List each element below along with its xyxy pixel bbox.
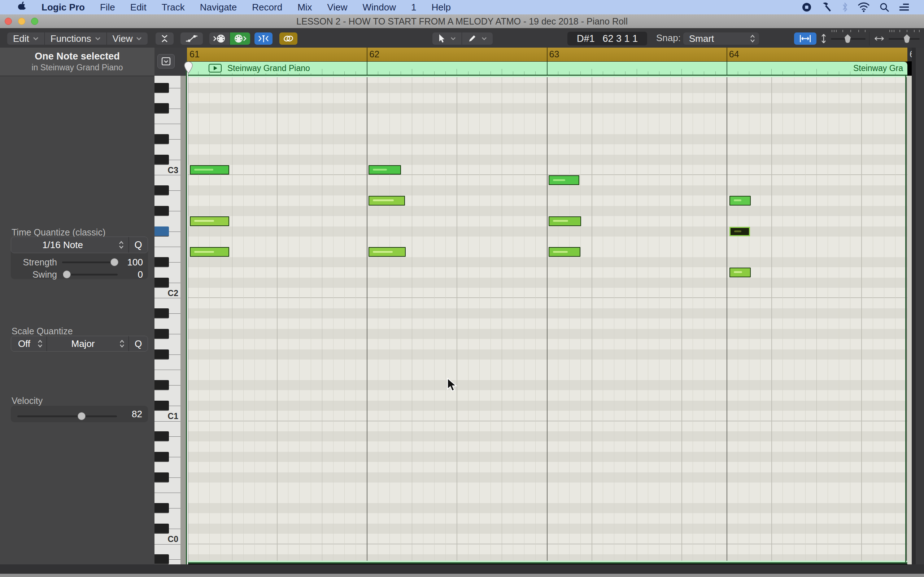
- menu-item-edit[interactable]: Edit: [123, 2, 154, 13]
- piano-keyboard[interactable]: C3C2C1C0: [155, 76, 181, 564]
- command-click-tool-menu[interactable]: [462, 32, 493, 45]
- piano-key-black[interactable]: [155, 452, 169, 462]
- midi-note-e2-bar62[interactable]: [368, 247, 406, 256]
- piano-key-black[interactable]: [155, 278, 169, 288]
- wifi-icon[interactable]: [858, 2, 870, 12]
- scale-quantize-apply-button[interactable]: Q: [129, 338, 148, 350]
- left-click-tool-menu[interactable]: [432, 32, 462, 45]
- region-header-strip[interactable]: Steinway Grand PianoSteinway Gra: [187, 61, 908, 76]
- bluetooth-icon[interactable]: [842, 2, 848, 13]
- midi-note-e2-bar63[interactable]: [549, 247, 580, 256]
- menu-item-window[interactable]: Window: [355, 2, 403, 13]
- screen-recording-icon[interactable]: [801, 2, 812, 13]
- midi-note-f#2-bar64[interactable]: [729, 227, 750, 236]
- edit-menu[interactable]: Edit: [7, 32, 45, 45]
- functions-menu[interactable]: Functions: [45, 32, 107, 45]
- menu-item-file[interactable]: File: [92, 2, 123, 13]
- piano-key-black[interactable]: [155, 308, 169, 318]
- piano-key-black[interactable]: [155, 257, 169, 267]
- vertical-scrollbar[interactable]: [916, 48, 924, 566]
- piano-key-black[interactable]: [155, 206, 169, 216]
- midi-in-button[interactable]: [209, 32, 230, 45]
- inspector-disclosure-button[interactable]: [157, 54, 175, 69]
- piano-key-black[interactable]: [155, 401, 169, 411]
- list-icon[interactable]: [899, 3, 909, 12]
- menu-item-1[interactable]: 1: [404, 2, 424, 13]
- menu-item-logic-pro[interactable]: Logic Pro: [34, 2, 92, 13]
- piano-key-black[interactable]: [155, 329, 169, 339]
- piano-key-black[interactable]: [155, 380, 169, 390]
- stepper-icon[interactable]: [119, 339, 125, 348]
- catch-playhead-button[interactable]: [254, 32, 273, 45]
- menu-item-view[interactable]: View: [320, 2, 355, 13]
- piano-key-black[interactable]: [155, 472, 169, 482]
- piano-key-black[interactable]: [155, 155, 169, 165]
- strength-slider[interactable]: [62, 256, 118, 268]
- midi-note-a2-bar64[interactable]: [729, 196, 751, 205]
- midi-note-a2-bar62[interactable]: [368, 196, 405, 205]
- swing-slider[interactable]: [62, 268, 118, 280]
- collapse-mode-button[interactable]: [155, 32, 174, 45]
- grid-beat-line: [344, 76, 345, 564]
- piano-key-black[interactable]: [155, 83, 169, 93]
- position-display[interactable]: D#1 62 3 1 1: [567, 32, 647, 45]
- menu-item-record[interactable]: Record: [244, 2, 290, 13]
- note-grid[interactable]: [187, 76, 908, 564]
- hammer-icon[interactable]: [822, 2, 832, 13]
- midi-note-g2-bar63[interactable]: [549, 216, 581, 226]
- snap-select[interactable]: Smart: [683, 32, 759, 45]
- grid-beat-line: [637, 76, 637, 564]
- zoom-to-fit-button[interactable]: [794, 32, 816, 45]
- search-icon[interactable]: [879, 2, 889, 12]
- bar-ruler[interactable]: 61626364: [187, 48, 908, 62]
- midi-note-g2-bar61[interactable]: [190, 216, 229, 226]
- velocity-line: [194, 220, 214, 222]
- horizontal-zoom-slider[interactable]: [888, 32, 920, 45]
- midi-note-e2-bar61[interactable]: [190, 247, 229, 256]
- apple-menu-icon[interactable]: [10, 1, 34, 14]
- piano-key-black[interactable]: [155, 524, 169, 534]
- view-menu[interactable]: View: [107, 32, 148, 45]
- logic-pro-screen: Logic ProFileEditTrackNavigateRecordMixV…: [0, 0, 924, 577]
- stepper-icon: [750, 34, 756, 43]
- midi-draw-button[interactable]: [181, 32, 203, 45]
- strip-tick: [782, 71, 783, 75]
- menu-item-navigate[interactable]: Navigate: [192, 2, 245, 13]
- piano-key-black[interactable]: [155, 431, 169, 442]
- piano-key-black[interactable]: [155, 134, 169, 144]
- midi-note-d2-bar64[interactable]: [729, 268, 751, 277]
- time-quantize-stepper[interactable]: [114, 240, 129, 250]
- playhead-marker[interactable]: [183, 61, 194, 75]
- link-button[interactable]: [279, 32, 297, 45]
- window-bottom-edge[interactable]: [0, 574, 924, 577]
- piano-key-black[interactable]: [155, 103, 169, 113]
- midi-note-c3-bar62[interactable]: [368, 165, 401, 174]
- chevron-down-icon: [95, 37, 101, 40]
- menu-item-mix[interactable]: Mix: [290, 2, 320, 13]
- key-separator: [169, 385, 181, 385]
- piano-key-black[interactable]: [155, 185, 169, 195]
- stepper-icon[interactable]: [37, 339, 43, 348]
- midi-out-button[interactable]: [230, 32, 250, 45]
- menu-item-track[interactable]: Track: [154, 2, 192, 13]
- piano-key-black[interactable]: [155, 503, 169, 513]
- vertical-scrollbar-track[interactable]: [912, 48, 916, 566]
- midi-note-b2-bar63[interactable]: [549, 175, 579, 185]
- grid-beat-line: [502, 76, 502, 564]
- vertical-zoom-slider[interactable]: [831, 32, 866, 45]
- playhead-line[interactable]: [187, 62, 188, 564]
- time-quantize-value[interactable]: 1/16 Note: [11, 239, 114, 251]
- menu-item-help[interactable]: Help: [424, 2, 458, 13]
- velocity-slider[interactable]: [17, 408, 117, 420]
- keys-header: [155, 48, 187, 76]
- piano-key-selected-f#2[interactable]: [155, 226, 169, 237]
- region-play-icon[interactable]: [208, 64, 221, 73]
- piano-key-black[interactable]: [155, 554, 169, 564]
- strip-tick: [378, 71, 378, 75]
- piano-key-black[interactable]: [155, 350, 169, 359]
- scale-type-value[interactable]: Major: [47, 338, 119, 350]
- time-quantize-apply-button[interactable]: Q: [129, 239, 148, 251]
- pencil-tool-icon: [468, 34, 477, 43]
- midi-note-c3-bar61[interactable]: [190, 165, 229, 174]
- scale-root-value[interactable]: Off: [11, 338, 37, 350]
